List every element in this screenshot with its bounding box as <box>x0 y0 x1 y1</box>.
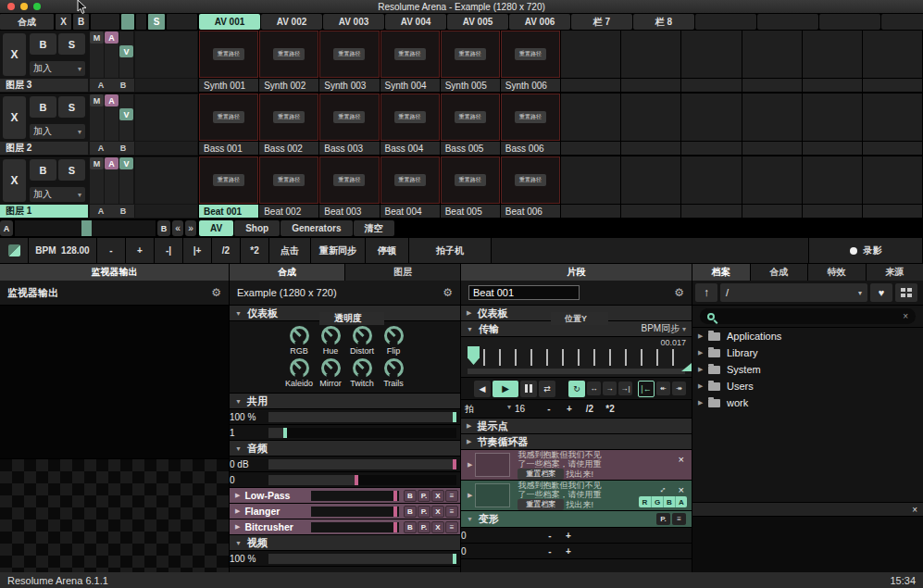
clip-timeline[interactable]: 00.017 <box>461 337 692 378</box>
transport-mode-dropdown[interactable]: BPM同步 ▾ <box>642 322 686 335</box>
relocate-button[interactable]: 重置路径 <box>273 111 305 123</box>
deck-tab-generators[interactable]: Generators <box>281 220 352 236</box>
bpm-double-button[interactable]: *2 <box>241 238 268 263</box>
empty-clip-slot[interactable] <box>803 94 862 156</box>
relocate-button[interactable]: 重置路径 <box>333 48 365 60</box>
effect-bypass-button[interactable]: B <box>404 490 417 502</box>
clip-beat-004[interactable]: 重置路径Beat 004 <box>380 156 440 219</box>
expand-icon[interactable]: ▶ <box>468 492 472 499</box>
knob-kaleido[interactable]: Kaleido <box>283 358 315 388</box>
clip-thumbnail[interactable]: 重置路径 <box>501 31 560 78</box>
transform-section-header[interactable]: ▼ 变形 P. ≡ <box>461 511 692 528</box>
nudge-down-button[interactable]: -| <box>155 238 182 263</box>
expand-icon[interactable]: ▶ <box>698 399 706 407</box>
effect-mix-slider[interactable] <box>311 491 399 501</box>
tab-composition[interactable]: 合成 <box>230 264 344 281</box>
layer2-clear-button[interactable]: X <box>3 96 26 139</box>
clip-name[interactable]: Beat 002 <box>259 205 318 218</box>
clip-synth-006[interactable]: 重置路径Synth 006 <box>501 31 560 93</box>
empty-clip-slot[interactable] <box>742 94 802 156</box>
knob-mirror[interactable]: Mirror <box>315 358 346 388</box>
clip-name[interactable]: Bass 002 <box>259 142 318 155</box>
empty-clip-slot[interactable] <box>561 31 620 93</box>
layer2-master-fader[interactable]: M <box>90 94 104 141</box>
effect-menu-button[interactable]: ≡ <box>445 521 458 533</box>
expand-icon[interactable]: ▶ <box>235 523 240 531</box>
relocate-button[interactable]: 重置路径 <box>213 48 244 60</box>
layer3-blend-dropdown[interactable]: 加入 ▾ <box>30 61 85 76</box>
clip-name[interactable]: Synth 003 <box>319 79 379 92</box>
clip-name[interactable]: Synth 002 <box>259 79 318 92</box>
relocate-button[interactable]: 重置路径 <box>515 174 546 186</box>
resize-icon[interactable]: ↕ <box>658 484 668 494</box>
loop-mode-button[interactable]: ↻ <box>568 381 585 397</box>
knob-distort[interactable]: Distort <box>346 326 378 356</box>
audio-source-missing-row[interactable]: ▶ 我感到抱歉但我们不见 了一些档案，请使用重 重置档案 找出来! × <box>461 450 692 481</box>
tree-item-applications[interactable]: ▶ Applications <box>692 328 923 344</box>
position-y-increase-button[interactable]: + <box>559 546 578 557</box>
expand-icon[interactable]: ▶ <box>698 349 706 357</box>
layer2-video-fader[interactable]: V <box>119 94 133 141</box>
loop-end-marker[interactable] <box>681 363 692 371</box>
clip-name[interactable]: Synth 004 <box>380 79 440 92</box>
beats-decrease-button[interactable]: - <box>539 404 559 414</box>
knob-trails[interactable]: Trails <box>378 358 409 388</box>
effect-remove-button[interactable]: X <box>431 506 444 518</box>
relocate-button[interactable]: 重置路径 <box>273 48 305 60</box>
empty-clip-slot[interactable] <box>621 31 680 93</box>
column-header-1[interactable]: AV 001 <box>199 14 260 30</box>
layer3-bypass-button[interactable]: B <box>30 33 56 55</box>
common-section-header[interactable]: ▼ 共用 <box>230 394 460 409</box>
empty-clip-slot[interactable] <box>863 156 922 219</box>
crossfader-handle[interactable] <box>81 220 92 236</box>
tree-item-system[interactable]: ▶ System <box>692 361 923 378</box>
empty-clip-slot[interactable] <box>681 156 741 219</box>
layer2-blend-dropdown[interactable]: 加入 ▾ <box>30 124 85 139</box>
continue-end-button[interactable]: ↠ <box>672 382 686 395</box>
layer3-clear-button[interactable]: X <box>3 33 26 76</box>
tab-sources[interactable]: 来源 <box>867 264 923 281</box>
expand-icon[interactable]: ▶ <box>698 332 706 340</box>
close-icon[interactable]: × <box>679 454 684 465</box>
clip-name[interactable]: Synth 006 <box>501 79 560 92</box>
empty-clip-slot[interactable] <box>621 156 680 219</box>
tab-monitor-output[interactable]: 监视器输出 <box>0 264 229 281</box>
transform-param-button[interactable]: P. <box>656 513 670 525</box>
clip-name[interactable]: Beat 004 <box>380 205 440 218</box>
relocate-button[interactable]: 重置路径 <box>394 174 426 186</box>
deck-tab-av[interactable]: AV <box>199 220 233 236</box>
sync-mode-dropdown[interactable]: 拍 ▾ <box>461 403 515 416</box>
empty-clip-slot[interactable] <box>863 31 922 93</box>
clip-thumbnail[interactable]: 重置路径 <box>199 94 258 141</box>
volume-slider[interactable] <box>268 459 456 469</box>
empty-clip-slot[interactable] <box>621 94 680 156</box>
position-x-decrease-button[interactable]: - <box>541 531 559 541</box>
crossfader-a-button[interactable]: A <box>0 220 13 236</box>
effect-bypass-button[interactable]: B <box>404 521 417 533</box>
tab-layer[interactable]: 图层 <box>345 264 460 281</box>
clip-name[interactable]: Bass 005 <box>441 142 500 155</box>
pause-button[interactable]: 停顿 <box>366 238 408 263</box>
clip-thumbnail[interactable]: 重置路径 <box>259 31 318 78</box>
pan-slider[interactable] <box>268 475 456 485</box>
effect-param-button[interactable]: P. <box>418 490 430 502</box>
relocate-button[interactable]: 重置路径 <box>394 111 426 123</box>
layer1-solo-button[interactable]: S <box>58 159 85 181</box>
clip-bass-003[interactable]: 重置路径Bass 003 <box>319 94 379 156</box>
tree-item-work[interactable]: ▶ work <box>692 394 923 411</box>
video-source-missing-row[interactable]: ▶ 我感到抱歉但我们不见 了一些档案，请使用重 重置档案 找出来! ↕ × R … <box>461 481 692 511</box>
channel-a-button[interactable]: A <box>675 496 687 507</box>
position-x-value[interactable]: 0 <box>461 531 504 541</box>
beats-half-button[interactable]: /2 <box>580 404 600 414</box>
knob-twitch[interactable]: Twitch <box>346 358 378 388</box>
clip-synth-005[interactable]: 重置路径Synth 005 <box>441 31 500 93</box>
tab-compositions[interactable]: 合成 <box>751 264 808 281</box>
tree-item-library[interactable]: ▶ Library <box>692 344 923 361</box>
deck-tab-shop[interactable]: Shop <box>234 220 280 236</box>
clip-name[interactable]: Beat 003 <box>319 205 379 218</box>
relocate-button[interactable]: 重置路径 <box>515 111 546 123</box>
relocate-button[interactable]: 重置路径 <box>455 111 486 123</box>
layer1-blend-dropdown[interactable]: 加入 ▾ <box>30 187 85 202</box>
relocate-button[interactable]: 重置路径 <box>394 48 426 60</box>
expand-icon[interactable]: ▶ <box>468 461 472 469</box>
